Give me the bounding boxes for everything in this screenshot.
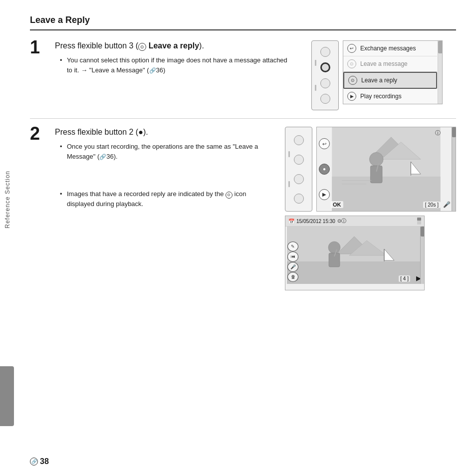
step2-number: 2 — [30, 125, 55, 143]
side-line-2 — [315, 85, 316, 91]
pb-right-scrollbar — [420, 227, 424, 284]
cam-btn-3[interactable] — [320, 78, 330, 88]
page-footer: 🔗 38 — [30, 457, 49, 466]
cam2-btn-3[interactable] — [294, 174, 304, 184]
camera-body-step1 — [311, 40, 339, 110]
pb-edit-icon[interactable]: ✎ — [287, 241, 298, 251]
step-divider — [30, 118, 456, 119]
page-header: Leave a Reply — [30, 15, 456, 30]
reply-icon: ⊙ — [226, 192, 233, 199]
playback-panel: 📅 15/05/2012 15:30 ⊙ⓘ — [285, 216, 425, 290]
back-ctrl[interactable]: ↩ — [319, 138, 330, 149]
pb-scrollbar — [417, 218, 421, 225]
photo-scrollbar — [452, 127, 456, 211]
playback-icons-left: ✎ ⏮ 🎤 🗑 — [287, 241, 298, 282]
step2-row: 2 Press flexible button 2 (●). Once you … — [30, 127, 275, 212]
svg-point-17 — [328, 241, 340, 253]
cam-btn-4[interactable] — [320, 94, 330, 104]
photo-scrollbar-thumb — [452, 127, 456, 137]
pb-rewind-icon[interactable]: ⏮ — [287, 251, 298, 261]
leave-reply-icon: ⊙ — [348, 76, 357, 85]
pb-timer: [ 4 ] — [399, 275, 410, 282]
step2-bullet1: Once you start recording, the operations… — [60, 142, 265, 161]
menu-label-exchange: Exchange messages — [360, 45, 416, 52]
menu-panel-wrapper: ↩ Exchange messages ⊙ Leave a message ⊙ … — [343, 40, 443, 104]
leave-message-icon: ⊙ — [347, 59, 356, 68]
step2-area: 2 Press flexible button 2 (●). Once you … — [30, 127, 456, 290]
cam2-btn-2[interactable] — [294, 155, 304, 165]
cam-btn-2-active[interactable] — [320, 62, 330, 72]
pb-scrollbar-thumb — [417, 218, 421, 221]
info-badge: ⓘ — [435, 129, 441, 137]
timer-badge: [ 20s ] — [423, 202, 441, 208]
exchange-icon: ↩ — [347, 44, 356, 53]
menu-label-leave-reply: Leave a reply — [361, 77, 397, 84]
left-tab — [0, 366, 14, 426]
step1-number: 1 — [30, 38, 55, 56]
scrollbar-track — [438, 41, 442, 104]
scrollbar-thumb — [438, 41, 443, 53]
step2-content: Press flexible button 2 (●). Once you st… — [55, 127, 275, 212]
menu-item-leave-reply[interactable]: ⊙ Leave a reply — [343, 72, 437, 89]
cam-btn-1[interactable] — [320, 47, 330, 57]
play-ctrl[interactable]: ▶ — [319, 189, 330, 200]
rec-ctrl[interactable]: ● — [319, 164, 330, 175]
pb-delete-icon[interactable]: 🗑 — [287, 272, 298, 282]
step1-heading: Press flexible button 3 (⊙ Leave a reply… — [55, 40, 291, 51]
svg-rect-7 — [370, 166, 382, 183]
step1-bullets: You cannot select this option if the ima… — [55, 55, 291, 75]
playback-header: 📅 15/05/2012 15:30 ⊙ⓘ — [285, 216, 424, 227]
ok-button[interactable]: OK — [331, 201, 343, 208]
sl-1 — [288, 151, 290, 157]
menu-label-play-recordings: Play recordings — [360, 93, 402, 100]
play-recordings-icon: ▶ — [347, 92, 356, 101]
menu-panel: ↩ Exchange messages ⊙ Leave a message ⊙ … — [343, 40, 443, 104]
step1-heading-bold: Leave a reply — [149, 41, 199, 50]
pb-right-scrollbar-thumb — [421, 227, 424, 237]
landscape-svg — [317, 127, 456, 211]
photo-recording-panel: ↩ ● ▶ ⓘ OK [ 20s ] 🎤 — [316, 127, 456, 212]
playback-timestamp: 15/05/2012 15:30 — [296, 219, 335, 224]
side-lines — [315, 41, 316, 110]
step2-heading: Press flexible button 2 (●). — [55, 127, 265, 138]
page-container: Reference Section Leave a Reply 1 Press … — [0, 0, 476, 476]
menu-label-leave-message: Leave a message — [360, 60, 408, 67]
camera-body-step2 — [285, 127, 312, 212]
playback-screen: ✎ ⏮ 🎤 🗑 [ 4 ] ▶ — [285, 227, 424, 284]
calendar-icon: 📅 — [288, 219, 294, 224]
mic-icon: 🎤 — [443, 201, 451, 208]
pb-mic-icon[interactable]: 🎤 — [287, 262, 298, 272]
playback-icons-header: ⊙ⓘ — [337, 218, 346, 225]
footer-icon: 🔗 — [30, 458, 38, 466]
step2-bullets-2: Images that have a recorded reply are in… — [55, 189, 265, 209]
step2-top-row: ↩ ● ▶ ⓘ OK [ 20s ] 🎤 — [285, 127, 456, 212]
step1-row: 1 Press flexible button 3 (⊙ Leave a rep… — [30, 40, 301, 78]
cam2-btn-4[interactable] — [294, 194, 304, 204]
menu-item-leave-message[interactable]: ⊙ Leave a message — [343, 56, 437, 72]
menu-item-play-recordings[interactable]: ▶ Play recordings — [343, 89, 437, 104]
footer-page-number: 38 — [40, 457, 49, 466]
step1-area: 1 Press flexible button 3 (⊙ Leave a rep… — [30, 40, 456, 110]
sidebar-label: Reference Section — [0, 100, 15, 299]
page-title: Leave a Reply — [30, 15, 90, 25]
menu-item-exchange[interactable]: ↩ Exchange messages — [343, 41, 437, 56]
sl-2 — [288, 181, 290, 187]
step1-content: Press flexible button 3 (⊙ Leave a reply… — [55, 40, 301, 78]
step2-illustrations: ↩ ● ▶ ⓘ OK [ 20s ] 🎤 — [285, 127, 456, 290]
overlay-controls: ↩ ● ▶ — [319, 127, 330, 211]
svg-point-6 — [369, 152, 383, 166]
side-lines-2 — [288, 127, 290, 211]
step1-bullet1: You cannot select this option if the ima… — [60, 55, 291, 75]
step2-bullets: Once you start recording, the operations… — [55, 142, 265, 161]
step1-illustration: ↩ Exchange messages ⊙ Leave a message ⊙ … — [311, 40, 456, 110]
cam2-btn-1[interactable] — [294, 135, 304, 145]
step2-bullet2: Images that have a recorded reply are in… — [60, 189, 265, 209]
side-line-1 — [315, 60, 316, 66]
